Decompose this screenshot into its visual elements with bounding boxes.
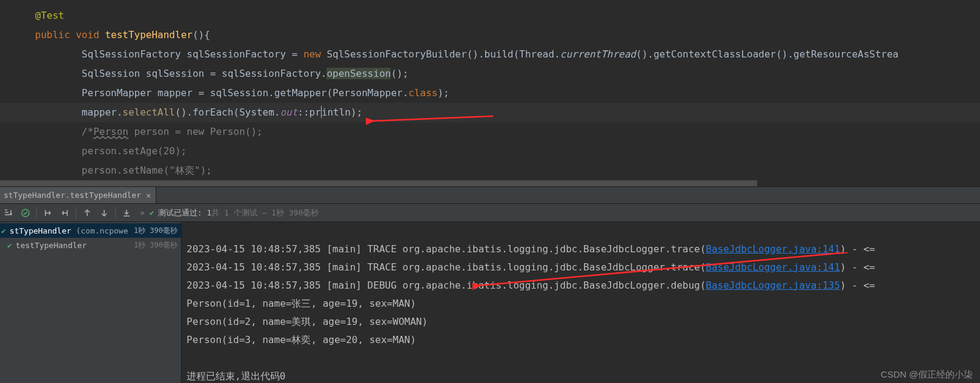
test-class-name: stTypeHandler (com.ncpowe bbox=[10, 226, 130, 235]
code-line: SqlSession sqlSession = sqlSessionFactor… bbox=[0, 64, 980, 83]
status-pass: 已通过 bbox=[174, 208, 197, 218]
code-line-active: mapper.selectAll().forEach(System.out::p… bbox=[0, 103, 980, 122]
more-icon[interactable]: » bbox=[140, 208, 145, 217]
status-label: 测试 bbox=[158, 208, 174, 218]
token: mapper. bbox=[82, 106, 122, 118]
code-line: PersonMapper mapper = sqlSession.getMapp… bbox=[0, 83, 980, 103]
source-link[interactable]: BaseJdbcLogger.java:141 bbox=[706, 261, 840, 273]
check-icon: ✔ bbox=[1, 226, 6, 235]
horizontal-scrollbar[interactable] bbox=[0, 180, 980, 186]
code-line: /*Person person = new Person(); bbox=[0, 122, 980, 142]
test-toolbar: » ✔ 测试 已通过 : 1 共 1 个测试 – 1秒 390毫秒 bbox=[0, 204, 980, 222]
token: SqlSessionFactoryBuilder().build(Thread. bbox=[321, 48, 560, 60]
caret bbox=[321, 106, 322, 118]
static-field-token: out bbox=[280, 106, 297, 118]
comment-token: person.setName("林奕"); bbox=[82, 165, 212, 176]
test-tree[interactable]: ✔ stTypeHandler (com.ncpowe 1秒 390毫秒 ✔ t… bbox=[0, 222, 182, 383]
indent bbox=[0, 48, 82, 60]
duration-label: 1秒 390毫秒 bbox=[130, 240, 177, 250]
lower-panel: ✔ stTypeHandler (com.ncpowe 1秒 390毫秒 ✔ t… bbox=[0, 222, 980, 383]
code-line: person.setAge(20); bbox=[0, 142, 980, 161]
code-line: person.setName("林奕"); bbox=[0, 161, 980, 180]
keyword-token: public bbox=[35, 29, 70, 41]
code-line: @Test bbox=[0, 6, 980, 25]
code-editor[interactable]: @Test public void testTypeHandler(){ Sql… bbox=[0, 0, 980, 186]
token: intln); bbox=[322, 106, 362, 118]
separator bbox=[36, 207, 37, 219]
source-link[interactable]: BaseJdbcLogger.java:135 bbox=[706, 280, 840, 291]
watermark: CSDN @假正经的小柒 bbox=[881, 369, 973, 381]
duration-label: 1秒 390毫秒 bbox=[130, 226, 177, 236]
console-line: Person(id=3, name=林奕, age=20, sex=MAN) bbox=[187, 334, 416, 345]
export-icon[interactable] bbox=[118, 205, 135, 221]
prev-fail-icon[interactable] bbox=[79, 205, 96, 221]
token: ().getContextClassLoader().getResourceAs… bbox=[636, 48, 898, 60]
expand-icon[interactable] bbox=[39, 205, 56, 221]
indent bbox=[0, 68, 82, 79]
annotation-token: @Test bbox=[35, 10, 64, 21]
console-line: 2023-04-15 10:48:57,385 [main] TRACE org… bbox=[187, 243, 875, 255]
token: (); bbox=[391, 68, 408, 79]
indent bbox=[0, 106, 82, 118]
test-method-name: testTypeHandler bbox=[16, 241, 130, 250]
console-line: 2023-04-15 10:48:57,385 [main] TRACE org… bbox=[187, 261, 875, 273]
token: ().forEach(System. bbox=[175, 106, 280, 118]
close-icon[interactable]: × bbox=[146, 191, 151, 200]
test-status-text: ✔ 测试 已通过 : 1 共 1 个测试 – 1秒 390毫秒 bbox=[150, 208, 319, 218]
code-container: @Test public void testTypeHandler(){ Sql… bbox=[0, 0, 980, 180]
comment-token: /*Person person = new Person(); bbox=[82, 126, 263, 137]
run-tab[interactable]: stTypeHandler.testTypeHandler × bbox=[0, 187, 156, 203]
token: ); bbox=[437, 87, 449, 99]
filter-passed-icon[interactable] bbox=[17, 205, 34, 221]
method-token: testTypeHandler bbox=[105, 29, 193, 41]
token: PersonMapper mapper = sqlSession.getMapp… bbox=[82, 87, 408, 99]
token: (){ bbox=[193, 29, 210, 41]
sort-az-icon[interactable] bbox=[0, 205, 17, 221]
indent bbox=[0, 10, 35, 21]
keyword-token: class bbox=[408, 87, 437, 99]
annotation-arrow-icon bbox=[472, 252, 860, 301]
scrollbar-thumb[interactable] bbox=[0, 180, 757, 186]
tab-label: stTypeHandler.testTypeHandler bbox=[4, 191, 141, 200]
source-link[interactable]: BaseJdbcLogger.java:141 bbox=[706, 243, 840, 255]
token: ::pr bbox=[297, 106, 321, 118]
separator bbox=[115, 207, 116, 219]
console-line: 2023-04-15 10:48:57,385 [main] DEBUG org… bbox=[187, 280, 875, 291]
keyword-token: void bbox=[76, 29, 99, 41]
console-line: Person(id=2, name=美琪, age=19, sex=WOMAN) bbox=[187, 316, 428, 327]
indent bbox=[0, 126, 82, 137]
token: SqlSession sqlSession = sqlSessionFactor… bbox=[82, 68, 327, 79]
test-tree-root[interactable]: ✔ stTypeHandler (com.ncpowe 1秒 390毫秒 bbox=[0, 223, 181, 238]
check-icon: ✔ bbox=[150, 208, 154, 217]
italic-token: currentThread bbox=[560, 48, 636, 60]
status-count: : 1 bbox=[197, 208, 211, 217]
status-detail: 共 1 个测试 – 1秒 390毫秒 bbox=[211, 208, 319, 218]
check-icon: ✔ bbox=[7, 241, 12, 250]
indent bbox=[0, 165, 82, 176]
keyword-token: new bbox=[303, 48, 321, 60]
code-line: public void testTypeHandler(){ bbox=[0, 25, 980, 45]
code-line: SqlSessionFactory sqlSessionFactory = ne… bbox=[0, 45, 980, 64]
highlighted-call: openSession bbox=[326, 68, 391, 79]
run-tab-bar: stTypeHandler.testTypeHandler × bbox=[0, 187, 980, 204]
collapse-icon[interactable] bbox=[56, 205, 73, 221]
console-line: 进程已结束,退出代码0 bbox=[187, 370, 285, 382]
indent bbox=[0, 29, 35, 41]
next-fail-icon[interactable] bbox=[96, 205, 113, 221]
test-tree-item[interactable]: ✔ testTypeHandler 1秒 390毫秒 bbox=[0, 238, 181, 252]
method-call-token: selectAll bbox=[122, 106, 175, 118]
separator bbox=[76, 207, 76, 219]
console-line: Person(id=1, name=张三, age=19, sex=MAN) bbox=[187, 298, 416, 309]
console-output[interactable]: 2023-04-15 10:48:57,385 [main] TRACE org… bbox=[182, 222, 980, 383]
indent bbox=[0, 145, 82, 157]
comment-token: person.setAge(20); bbox=[82, 145, 187, 157]
token: SqlSessionFactory sqlSessionFactory = bbox=[82, 48, 303, 60]
indent bbox=[0, 87, 82, 99]
